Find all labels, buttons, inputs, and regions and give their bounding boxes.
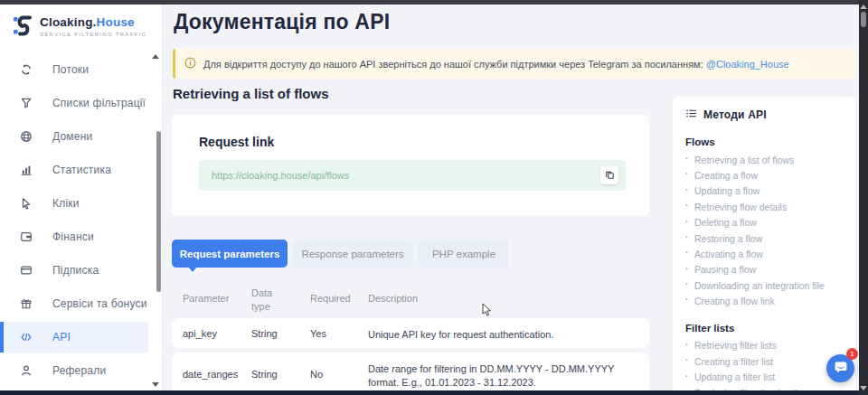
- table-header: Parameter Data type Required Description: [172, 285, 649, 315]
- globe-icon: [19, 129, 33, 143]
- table-row: date_ranges String No Date range for fil…: [172, 353, 649, 390]
- gift-icon: [19, 296, 33, 310]
- sidebar-item-label: Домени: [52, 130, 92, 143]
- method-link[interactable]: Retrieving filter lists: [685, 338, 844, 353]
- person-icon: [19, 363, 33, 377]
- sidebar-item-label: Реферали: [52, 364, 106, 377]
- code-icon: [19, 331, 33, 344]
- request-link-title: Request link: [199, 135, 274, 149]
- method-link[interactable]: Creating a flow link: [685, 293, 844, 308]
- sidebar-item-label: API: [52, 331, 71, 343]
- tab-request-parameters[interactable]: Request parameters: [172, 240, 288, 268]
- cell-parameter: api_key: [183, 328, 217, 339]
- sidebar-item-services[interactable]: Сервіси та бонуси: [0, 287, 163, 320]
- group-title-filter-lists: Filter lists: [685, 323, 844, 334]
- page-scrollbar[interactable]: [859, 0, 868, 395]
- sidebar-item-clicks[interactable]: Кліки: [0, 186, 163, 220]
- sidebar-item-statistics[interactable]: Статистика: [0, 153, 163, 186]
- request-url: https://cloaking.house/api/flows: [212, 170, 600, 181]
- banner-text: Для відкриття доступу до нашого API звер…: [203, 59, 789, 70]
- logo[interactable]: Cloaking.House SERVICE FILTERING TRAFFIC: [13, 14, 146, 42]
- cloaking-house-logo-icon: [13, 14, 33, 42]
- sidebar: Cloaking.House SERVICE FILTERING TRAFFIC…: [0, 5, 163, 390]
- sidebar-item-label: Підписка: [52, 264, 99, 277]
- sidebar-item-label: Сервіси та бонуси: [52, 297, 147, 310]
- column-header-parameter: Parameter: [183, 293, 229, 304]
- sidebar-scroll-down-arrow[interactable]: [152, 382, 159, 387]
- methods-panel-header: Методи API: [685, 107, 844, 123]
- column-header-data-type: Data type: [251, 287, 289, 315]
- sidebar-item-domains[interactable]: Домени: [0, 119, 163, 153]
- tab-php-example[interactable]: PHP example: [419, 240, 509, 268]
- credit-card-icon: [19, 263, 33, 277]
- column-header-description: Description: [368, 293, 418, 304]
- cell-parameter: date_ranges: [183, 369, 238, 380]
- tab-response-parameters[interactable]: Response parameters: [293, 240, 412, 268]
- sidebar-item-filter-lists[interactable]: Списки фільтрації: [0, 86, 163, 119]
- sidebar-scroll-up-arrow[interactable]: [152, 54, 159, 59]
- info-icon: [184, 56, 196, 72]
- group-title-flows: Flows: [685, 136, 844, 147]
- copy-icon: [605, 169, 615, 183]
- sidebar-item-subscription[interactable]: Підписка: [0, 253, 163, 287]
- sidebar-item-finance[interactable]: Фінанси: [0, 220, 163, 253]
- sidebar-nav: Потоки Списки фільтрації Домени Статисти…: [0, 52, 163, 387]
- sidebar-item-label: Списки фільтрації: [52, 97, 146, 109]
- telegram-link[interactable]: @Cloaking_House: [706, 59, 789, 70]
- scroll-up-arrow[interactable]: [860, 5, 867, 9]
- sidebar-item-label: Кліки: [52, 197, 80, 210]
- table-row: api_key String Yes Unique API key for re…: [172, 318, 649, 348]
- sidebar-item-label: Потоки: [52, 63, 89, 76]
- sidebar-item-referrals[interactable]: Реферали: [0, 353, 163, 387]
- chat-bubble-icon: [834, 360, 848, 377]
- copy-button[interactable]: [600, 166, 618, 184]
- cell-description: Date range for filtering in DD.MM.YYYY -…: [368, 362, 636, 390]
- request-url-box[interactable]: https://cloaking.house/api/flows: [199, 160, 626, 191]
- wallet-icon: [19, 230, 33, 243]
- method-link[interactable]: Creating a flow: [685, 167, 844, 183]
- methods-panel-title: Методи API: [703, 108, 767, 121]
- cell-description: Unique API key for request authenticatio…: [368, 328, 636, 342]
- method-link[interactable]: Retrieving flow details: [685, 199, 844, 214]
- api-methods-panel: Методи API Flows Retrieving a list of fl…: [673, 97, 855, 390]
- method-link[interactable]: Creating a filter list: [685, 353, 844, 369]
- list-icon: [685, 107, 697, 123]
- window-top-strip: [0, 0, 868, 5]
- window-bottom-strip: [0, 390, 868, 395]
- method-link[interactable]: Activating a flow: [685, 246, 844, 261]
- info-banner: Для відкриття доступу до нашого API звер…: [173, 49, 856, 79]
- method-link[interactable]: Retrieving a list of flows: [685, 152, 844, 167]
- parameter-tabs: Request parameters Response parameters P…: [172, 240, 509, 268]
- bar-chart-icon: [19, 163, 33, 176]
- page-title: Документація по API: [174, 10, 390, 34]
- flows-icon: [19, 62, 33, 76]
- sidebar-item-flows[interactable]: Потоки: [0, 52, 163, 86]
- sidebar-item-label: Фінанси: [52, 230, 94, 243]
- logo-name: Cloaking.House: [40, 15, 135, 29]
- method-link[interactable]: Updating a flow: [685, 183, 844, 199]
- chat-notification-badge: 1: [846, 348, 858, 360]
- scrollbar-thumb[interactable]: [861, 12, 866, 27]
- sidebar-scrollbar-thumb[interactable]: [156, 131, 161, 292]
- method-link[interactable]: Restoring a flow: [685, 230, 844, 246]
- method-link[interactable]: Pausing a flow: [685, 262, 844, 277]
- section-title: Retrieving a list of flows: [173, 86, 329, 101]
- request-link-card: Request link https://cloaking.house/api/…: [172, 115, 649, 216]
- cell-required: No: [310, 369, 323, 380]
- cell-required: Yes: [310, 328, 326, 339]
- method-link[interactable]: Downloading an integration file: [685, 277, 844, 293]
- method-link[interactable]: Deleting a flow: [685, 215, 844, 230]
- method-link[interactable]: Updating a filter list: [685, 370, 844, 385]
- column-header-required: Required: [310, 293, 351, 304]
- sidebar-item-api[interactable]: API: [0, 322, 148, 353]
- cell-data-type: String: [251, 369, 278, 380]
- cell-data-type: String: [251, 328, 278, 339]
- scroll-down-arrow[interactable]: [860, 386, 867, 390]
- logo-tagline: SERVICE FILTERING TRAFFIC: [40, 32, 146, 37]
- cursor-icon: [19, 196, 33, 210]
- sidebar-item-label: Статистика: [52, 164, 111, 176]
- main-content: Документація по API Для відкриття доступ…: [163, 5, 859, 390]
- filter-icon: [19, 96, 33, 109]
